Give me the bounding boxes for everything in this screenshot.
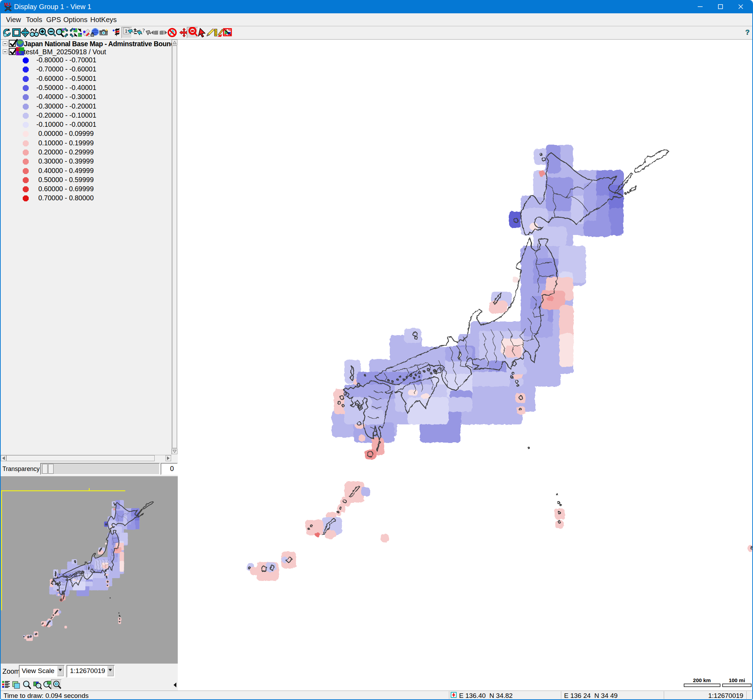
- svg-text:?: ?: [142, 28, 145, 33]
- svg-text:200 km: 200 km: [693, 677, 711, 683]
- svg-text:1: 1: [125, 28, 127, 34]
- svg-text:100 mi: 100 mi: [729, 677, 745, 683]
- svg-text:?: ?: [745, 28, 750, 36]
